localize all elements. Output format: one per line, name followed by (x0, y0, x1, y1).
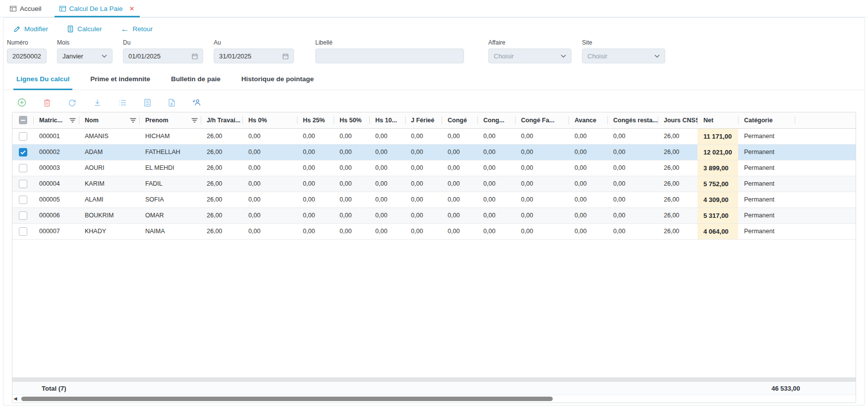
scrollbar-thumb[interactable] (21, 397, 553, 401)
column-chooser-icon[interactable] (118, 99, 127, 106)
row-checkbox[interactable] (19, 180, 27, 188)
libelle-input[interactable] (321, 52, 459, 60)
back-label: Retour (133, 25, 153, 33)
table-row[interactable]: 000001AMANISHICHAM26,000,000,000,000,000… (12, 128, 856, 144)
calendar-icon (283, 53, 289, 59)
refresh-icon[interactable] (68, 99, 76, 107)
col-header-hs50[interactable]: Hs 50% (334, 112, 369, 128)
row-checkbox[interactable] (19, 227, 27, 236)
row-checkbox[interactable] (19, 148, 27, 156)
cell-hs25: 0,00 (297, 207, 334, 223)
export-excel-icon[interactable] (168, 99, 175, 107)
row-checkbox[interactable] (19, 132, 27, 141)
affaire-select[interactable]: Choisir (488, 49, 572, 63)
col-header-conge_fam[interactable]: Congé Fa... (515, 112, 569, 128)
col-header-hs25[interactable]: Hs 25% (297, 112, 334, 128)
cell-matricule: 000003 (33, 160, 79, 176)
au-date-input[interactable]: 31/01/2025 (214, 49, 294, 63)
cell-prenom: EL MEHDI (139, 160, 201, 176)
col-header-matricule[interactable]: Matric... (33, 112, 79, 128)
cell-hs25: 0,00 (297, 144, 334, 160)
mois-value: Janvier (62, 52, 98, 60)
cell-hs25: 0,00 (297, 192, 334, 207)
grid-icon (59, 5, 66, 12)
horizontal-scrollbar[interactable]: ◀ (12, 395, 856, 403)
cell-conge_fam: 0,00 (515, 223, 569, 239)
row-checkbox[interactable] (19, 196, 27, 204)
section-tab-1[interactable]: Lignes Du calcul (15, 75, 70, 90)
col-header-jours_cnss[interactable]: Jours CNSS (658, 112, 697, 128)
table-row[interactable]: 000002ADAMFATHELLAH26,000,000,000,000,00… (12, 144, 856, 160)
cell-matricule: 000004 (33, 176, 79, 192)
col-header-j_feriee[interactable]: J Férieé (405, 112, 442, 128)
cell-prenom: FADIL (139, 176, 201, 192)
payroll-grid: Matric...NomPrenomJ/h Travai...Hs 0%Hs 2… (12, 112, 856, 403)
table-row[interactable]: 000003AOURIEL MEHDI26,000,000,000,000,00… (12, 160, 856, 176)
close-tab-icon[interactable]: ✕ (129, 5, 135, 12)
tab-accueil[interactable]: Accueil (5, 0, 47, 17)
du-date-input[interactable]: 01/01/2025 (123, 49, 203, 63)
col-header-conge2[interactable]: Cong... (477, 112, 515, 128)
cell-nom: KARIM (79, 176, 139, 192)
cell-conge_fam: 0,00 (515, 144, 569, 160)
cell-jh_travail: 26,00 (201, 223, 242, 239)
scroll-left-arrow-icon[interactable]: ◀ (12, 397, 18, 401)
modify-button[interactable]: Modifier (13, 25, 48, 33)
section-tab-3[interactable]: Bulletin de paie (170, 75, 222, 90)
table-row[interactable]: 000006BOUKRIMOMAR26,000,000,000,000,000,… (12, 207, 856, 223)
calculate-button[interactable]: Calculer (67, 25, 102, 33)
select-all-checkbox[interactable] (19, 116, 27, 124)
col-header-conges_rest[interactable]: Congés resta... (607, 112, 658, 128)
col-header-conge[interactable]: Congé (442, 112, 477, 128)
cell-matricule: 000006 (33, 207, 79, 223)
cell-prenom: HICHAM (139, 128, 201, 144)
cell-conges_rest: 0,00 (607, 176, 658, 192)
table-row[interactable]: 000004KARIMFADIL26,000,000,000,000,000,0… (12, 176, 856, 192)
col-header-hs100[interactable]: Hs 10... (369, 112, 405, 128)
cell-conge: 0,00 (442, 192, 477, 207)
row-checkbox[interactable] (19, 211, 27, 220)
download-icon[interactable] (93, 99, 102, 107)
table-row[interactable]: 000005ALAMISOFIA26,000,000,000,000,000,0… (12, 192, 856, 207)
cell-jh_travail: 26,00 (201, 207, 242, 223)
numero-input[interactable] (12, 52, 41, 60)
col-header-jh_travail[interactable]: J/h Travai... (201, 112, 242, 128)
row-checkbox[interactable] (19, 164, 27, 172)
document-icon[interactable] (144, 99, 151, 107)
add-row-icon[interactable] (17, 98, 26, 107)
table-row[interactable]: 000007KHADYNAIMA26,000,000,000,000,000,0… (12, 223, 856, 239)
filter-icon[interactable] (191, 118, 198, 123)
col-header-categorie[interactable]: Catégorie (738, 112, 795, 128)
col-header-avance[interactable]: Avance (569, 112, 607, 128)
cell-hs0: 0,00 (242, 207, 297, 223)
cell-hs50: 0,00 (334, 176, 369, 192)
cell-categorie: Permanent (738, 128, 795, 144)
grid-empty-area (12, 240, 856, 378)
cell-avance: 0,00 (569, 223, 607, 239)
cell-conge2: 0,00 (477, 176, 515, 192)
back-button[interactable]: ← Retour (121, 25, 153, 33)
section-tab-2[interactable]: Prime et indemnite (89, 75, 151, 90)
cell-conges_rest: 0,00 (607, 223, 658, 239)
payroll-app-window: Accueil Calcul De La Paie ✕ Modifier (0, 0, 868, 408)
filter-icon[interactable] (130, 118, 136, 123)
col-header-net[interactable]: Net (697, 112, 738, 128)
filter-icon[interactable] (69, 118, 76, 123)
tab-accueil-label: Accueil (20, 5, 42, 12)
tab-calcul-de-la-paie[interactable]: Calcul De La Paie ✕ (55, 0, 140, 17)
cell-jours_cnss: 26,00 (658, 128, 697, 144)
col-header-nom[interactable]: Nom (79, 112, 139, 128)
cell-prenom: NAIMA (139, 223, 201, 239)
section-tab-4[interactable]: Historique de pointage (240, 75, 315, 90)
payroll-header-form: Numéro Mois Janvier Du 01/01/2025 (3, 33, 865, 63)
site-select[interactable]: Choisir (582, 49, 665, 63)
mois-select[interactable]: Janvier (57, 49, 113, 63)
col-header-prenom[interactable]: Prenom (139, 112, 201, 128)
delete-row-icon[interactable] (43, 99, 51, 107)
col-header-hs0[interactable]: Hs 0% (242, 112, 297, 128)
table-header-row: Matric...NomPrenomJ/h Travai...Hs 0%Hs 2… (12, 112, 856, 128)
total-net-value: 46 533,00 (771, 385, 800, 392)
window-tab-bar: Accueil Calcul De La Paie ✕ (0, 0, 868, 17)
users-icon[interactable] (192, 99, 201, 106)
cell-net: 5 752,00 (697, 176, 738, 192)
